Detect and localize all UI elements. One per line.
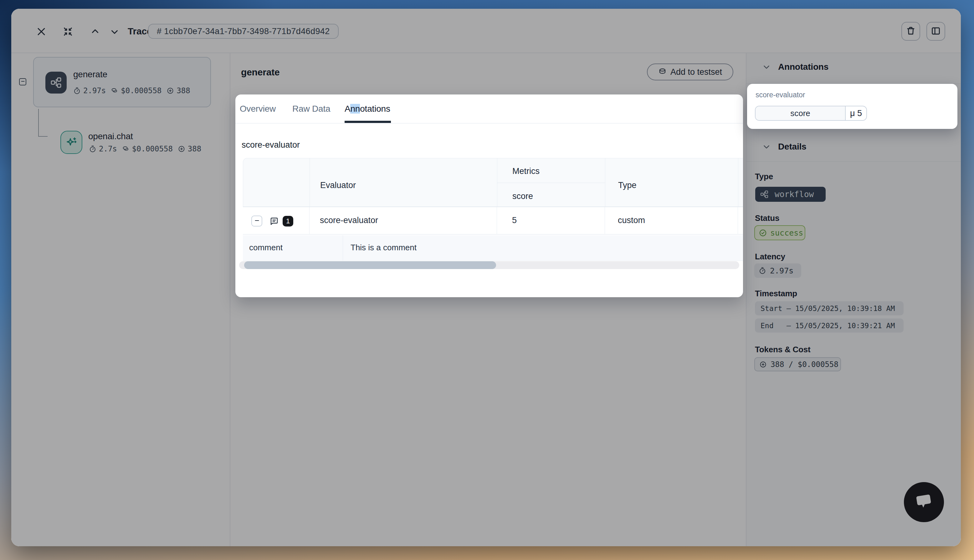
annotation-popover: score-evaluator score μ 5 bbox=[747, 84, 957, 129]
evaluator-section-title: score-evaluator bbox=[242, 140, 300, 150]
cell-evaluator: score-evaluator bbox=[320, 215, 378, 225]
metric-name-segment[interactable]: score bbox=[756, 107, 846, 120]
comment-count-badge: 1 bbox=[283, 216, 293, 227]
table-header-row: Evaluator Metrics score Type bbox=[243, 158, 743, 207]
metric-control: score μ 5 bbox=[755, 106, 867, 121]
col-header-type: Type bbox=[618, 180, 637, 190]
span-detail-panel: Overview Raw Data Annotations score-eval… bbox=[235, 95, 743, 297]
cell-score: 5 bbox=[512, 215, 517, 225]
minus-icon bbox=[254, 218, 260, 224]
scrollbar-thumb[interactable] bbox=[244, 261, 496, 269]
text-selection-highlight: nn bbox=[350, 104, 360, 113]
trace-sheet: Trace # 1cbb70e7-34a1-7bb7-3498-771b7d46… bbox=[11, 9, 961, 546]
page-background: Trace # 1cbb70e7-34a1-7bb7-3498-771b7d46… bbox=[0, 0, 974, 560]
tab-raw-data[interactable]: Raw Data bbox=[292, 103, 330, 115]
metric-mean-segment[interactable]: μ 5 bbox=[846, 107, 866, 120]
comment-icon[interactable] bbox=[270, 217, 279, 226]
metrics-subheader-divider bbox=[497, 183, 605, 183]
table-row[interactable]: 1 score-evaluator 5 custom bbox=[243, 207, 743, 235]
cell-type: custom bbox=[618, 215, 645, 225]
collapse-row-button[interactable] bbox=[251, 215, 262, 227]
comment-value: This is a comment bbox=[350, 243, 417, 252]
col-header-evaluator: Evaluator bbox=[320, 180, 356, 190]
tabs-divider bbox=[235, 123, 743, 123]
tab-annotations[interactable]: Annotations bbox=[345, 103, 390, 115]
col-header-metrics: Metrics bbox=[512, 167, 540, 176]
col-subheader-score: score bbox=[512, 192, 533, 201]
horizontal-scrollbar[interactable] bbox=[239, 261, 739, 269]
comment-key: comment bbox=[249, 243, 283, 252]
active-tab-underline bbox=[345, 121, 391, 123]
tab-overview[interactable]: Overview bbox=[240, 103, 276, 115]
comment-subrow: comment This is a comment bbox=[243, 235, 743, 261]
popover-evaluator-label: score-evaluator bbox=[756, 91, 805, 99]
